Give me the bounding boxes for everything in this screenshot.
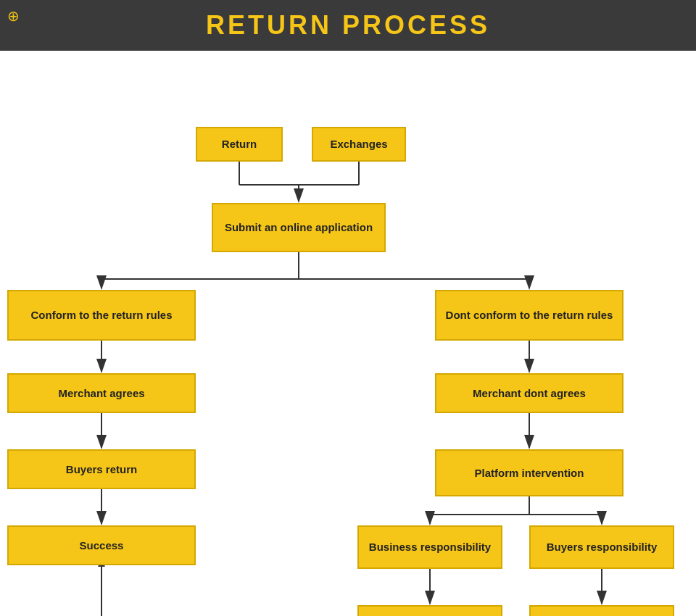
submit-box: Submit an online application [212, 203, 386, 252]
buyers-return-left-box: Buyers return [7, 449, 196, 489]
success-box: Success [7, 525, 196, 565]
page-title: RETURN PROCESS [206, 10, 490, 41]
flowchart-area: Return Exchanges Submit an online applic… [0, 51, 696, 616]
buyers-responsibility-box: Buyers responsibility [529, 525, 674, 569]
crosshair-icon: ⊕ [7, 7, 20, 25]
merchant-agrees-box: Merchant agrees [7, 373, 196, 413]
buyers-return-right-box: Buyers return [357, 605, 502, 616]
exchanges-box: Exchanges [312, 127, 406, 162]
dont-conform-box: Dont conform to the return rules [435, 290, 624, 341]
business-responsibility-box: Business responsibility [357, 525, 502, 569]
header: ⊕ RETURN PROCESS [0, 0, 696, 51]
platform-box: Platform intervention [435, 449, 624, 496]
failure-box: Failure [529, 605, 674, 616]
return-box: Return [196, 127, 283, 162]
merchant-dont-agrees-box: Merchant dont agrees [435, 373, 624, 413]
conform-box: Conform to the return rules [7, 290, 196, 341]
